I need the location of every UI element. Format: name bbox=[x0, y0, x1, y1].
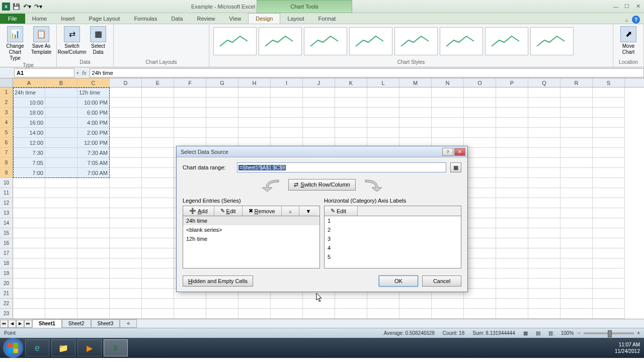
cell[interactable] bbox=[593, 238, 625, 248]
cell[interactable] bbox=[496, 268, 528, 279]
cell[interactable]: 10:00 PM bbox=[77, 98, 110, 108]
cell[interactable] bbox=[593, 148, 625, 158]
series-edit-button[interactable]: ✎Edit bbox=[214, 206, 243, 216]
col-header-s[interactable]: S bbox=[593, 78, 625, 87]
cell[interactable] bbox=[13, 218, 45, 228]
cell[interactable] bbox=[464, 178, 496, 188]
taskbar-explorer-icon[interactable]: 📁 bbox=[51, 339, 75, 356]
cell[interactable] bbox=[528, 158, 560, 168]
chart-style-5[interactable] bbox=[394, 27, 438, 55]
cell[interactable] bbox=[528, 268, 560, 279]
tab-design[interactable]: Design bbox=[248, 13, 280, 24]
save-as-template-button[interactable]: 📋Save As Template bbox=[29, 26, 53, 55]
row-header[interactable]: 6 bbox=[0, 138, 13, 148]
row-header[interactable]: 14 bbox=[0, 218, 13, 228]
cell[interactable] bbox=[593, 299, 625, 309]
cell[interactable] bbox=[496, 218, 528, 228]
cell[interactable] bbox=[399, 98, 432, 108]
cell[interactable] bbox=[560, 108, 593, 118]
cell[interactable] bbox=[367, 87, 399, 98]
cell[interactable]: 7:05 AM bbox=[77, 158, 110, 168]
col-header-p[interactable]: P bbox=[496, 78, 528, 87]
qat-save-icon[interactable]: 💾 bbox=[11, 2, 21, 12]
chart-style-1[interactable] bbox=[213, 27, 257, 55]
cell[interactable] bbox=[496, 309, 528, 319]
cell[interactable] bbox=[77, 198, 110, 208]
cell[interactable] bbox=[110, 108, 142, 118]
cell[interactable] bbox=[432, 118, 464, 128]
col-header-b[interactable]: B bbox=[45, 78, 77, 87]
cell[interactable] bbox=[142, 279, 174, 289]
row-header[interactable]: 22 bbox=[0, 299, 13, 309]
category-item[interactable]: 1 bbox=[325, 216, 461, 225]
cell[interactable] bbox=[174, 128, 206, 138]
cell[interactable] bbox=[496, 87, 528, 98]
cell[interactable]: 4:00 PM bbox=[77, 118, 110, 128]
series-add-button[interactable]: ➕Add bbox=[183, 206, 214, 216]
row-header[interactable]: 17 bbox=[0, 248, 13, 258]
cell[interactable] bbox=[496, 138, 528, 148]
cell[interactable] bbox=[142, 309, 174, 319]
ok-button[interactable]: OK bbox=[379, 276, 418, 287]
cell[interactable] bbox=[593, 178, 625, 188]
cell[interactable] bbox=[367, 98, 399, 108]
cell[interactable] bbox=[560, 258, 593, 268]
category-list[interactable]: 1 2 3 4 5 bbox=[324, 216, 461, 268]
cell[interactable] bbox=[77, 228, 110, 238]
row-header[interactable]: 18 bbox=[0, 258, 13, 268]
cell[interactable] bbox=[45, 299, 77, 309]
cell[interactable] bbox=[593, 158, 625, 168]
series-item[interactable]: 12h time bbox=[183, 234, 319, 243]
cell[interactable] bbox=[496, 158, 528, 168]
cell[interactable] bbox=[496, 98, 528, 108]
series-item[interactable]: <blank series> bbox=[183, 225, 319, 234]
sheet-nav-next[interactable]: ▶ bbox=[16, 320, 24, 328]
cell[interactable] bbox=[464, 268, 496, 279]
cell[interactable] bbox=[13, 188, 45, 198]
cell[interactable] bbox=[593, 128, 625, 138]
col-header-o[interactable]: O bbox=[464, 78, 496, 87]
cell[interactable] bbox=[142, 198, 174, 208]
cell[interactable] bbox=[560, 98, 593, 108]
cell[interactable] bbox=[560, 289, 593, 299]
cell[interactable] bbox=[335, 87, 367, 98]
cell[interactable] bbox=[464, 128, 496, 138]
cell[interactable] bbox=[367, 309, 399, 319]
row-header[interactable]: 20 bbox=[0, 279, 13, 289]
cell[interactable] bbox=[335, 128, 367, 138]
cell[interactable] bbox=[142, 218, 174, 228]
cell[interactable] bbox=[593, 108, 625, 118]
cell[interactable] bbox=[593, 98, 625, 108]
name-box[interactable]: A1 bbox=[14, 68, 74, 77]
cell[interactable] bbox=[110, 188, 142, 198]
cell[interactable] bbox=[464, 168, 496, 178]
cell[interactable] bbox=[528, 128, 560, 138]
cell[interactable] bbox=[45, 238, 77, 248]
col-header-n[interactable]: N bbox=[432, 78, 464, 87]
sheet-nav-last[interactable]: ⏭ bbox=[24, 320, 32, 328]
cell[interactable] bbox=[45, 178, 77, 188]
cell[interactable] bbox=[110, 168, 142, 178]
cell[interactable] bbox=[77, 268, 110, 279]
category-edit-button[interactable]: ✎Edit bbox=[325, 206, 358, 216]
cell[interactable] bbox=[560, 118, 593, 128]
cell[interactable] bbox=[560, 148, 593, 158]
col-header-m[interactable]: M bbox=[399, 78, 432, 87]
col-header-c[interactable]: C bbox=[77, 78, 110, 87]
sheet-tab-3[interactable]: Sheet3 bbox=[91, 319, 120, 328]
cell[interactable] bbox=[77, 248, 110, 258]
cell[interactable] bbox=[560, 218, 593, 228]
row-header[interactable]: 11 bbox=[0, 188, 13, 198]
qat-undo-icon[interactable]: ↶▾ bbox=[22, 2, 32, 12]
cell[interactable] bbox=[560, 268, 593, 279]
cell[interactable] bbox=[110, 118, 142, 128]
category-item[interactable]: 4 bbox=[325, 243, 461, 252]
cell[interactable] bbox=[303, 118, 335, 128]
cell[interactable] bbox=[528, 98, 560, 108]
cell[interactable] bbox=[45, 309, 77, 319]
sheet-nav-first[interactable]: ⏮ bbox=[0, 320, 8, 328]
cell[interactable] bbox=[399, 108, 432, 118]
cell[interactable] bbox=[496, 168, 528, 178]
row-header[interactable]: 13 bbox=[0, 208, 13, 218]
cell[interactable] bbox=[560, 279, 593, 289]
